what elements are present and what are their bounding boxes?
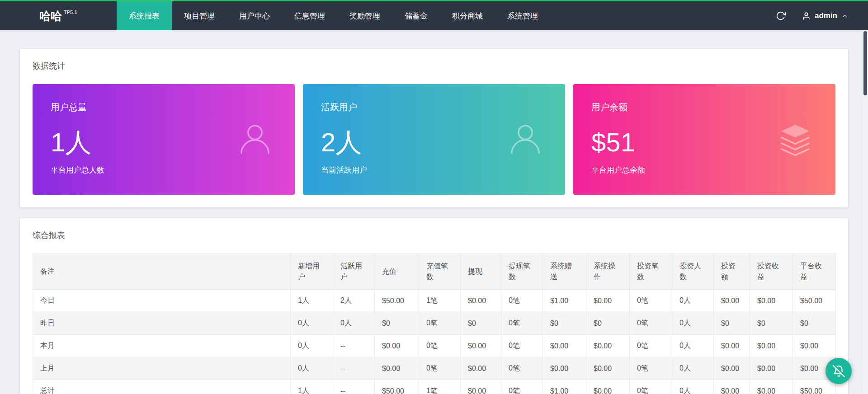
- data-cell: 0笔: [630, 357, 672, 380]
- report-title: 综合报表: [33, 230, 835, 241]
- data-cell: $0.00: [586, 357, 630, 380]
- data-cell: $0.00: [586, 290, 630, 312]
- col-header: 充值: [375, 254, 419, 290]
- scrollbar[interactable]: [863, 30, 868, 394]
- logo[interactable]: 哈哈 TP5.1: [0, 1, 117, 30]
- data-cell: 0笔: [630, 312, 672, 335]
- data-cell: $0.00: [714, 357, 750, 380]
- row-label-cell: 总计: [33, 380, 291, 394]
- stats-card: 数据统计 用户总量 1人 平台用户总人数 活跃用户 2人 当前活跃用户: [20, 49, 848, 207]
- topbar-accent-line: [0, 0, 868, 1]
- data-cell: $0: [586, 312, 630, 335]
- data-cell: $0: [750, 312, 793, 335]
- logo-version: TP5.1: [64, 9, 77, 15]
- table-row: 昨日0人0人$00笔$00笔$0$00笔0人$0$0$0: [33, 312, 836, 335]
- data-cell: $0.00: [750, 380, 793, 394]
- data-cell: 0笔: [501, 312, 543, 335]
- data-cell: 0笔: [630, 380, 672, 394]
- data-cell: $50.00: [793, 380, 836, 394]
- nav-item-reward-manage[interactable]: 奖励管理: [337, 1, 392, 30]
- data-cell: $1.00: [543, 380, 586, 394]
- col-header: 备注: [33, 254, 291, 290]
- table-row: 总计1人--$50.001笔$0.000笔$1.00$0.000笔0人$0.00…: [33, 380, 836, 394]
- col-header: 活跃用户: [333, 254, 375, 290]
- notification-fab[interactable]: [826, 358, 852, 384]
- data-cell: $0.00: [793, 335, 836, 357]
- col-header: 提现笔数: [501, 254, 543, 290]
- data-cell: 0笔: [501, 335, 543, 357]
- nav-item-savings[interactable]: 储蓄金: [392, 1, 440, 30]
- admin-menu[interactable]: admin: [802, 11, 848, 20]
- nav-item-system-manage[interactable]: 系统管理: [495, 1, 550, 30]
- stat-label: 用户余额: [591, 102, 835, 113]
- table-row: 上月0人--$0.000笔$0.000笔$0.00$0.000笔0人$0.00$…: [33, 357, 836, 380]
- data-cell: 0人: [291, 335, 333, 357]
- stat-label: 活跃用户: [321, 102, 565, 113]
- data-cell: 0笔: [501, 290, 543, 312]
- row-label-cell: 昨日: [33, 312, 291, 335]
- data-cell: 0人: [672, 380, 714, 394]
- data-cell: $0.00: [750, 357, 793, 380]
- stats-title: 数据统计: [33, 61, 835, 71]
- user-outline-icon: [235, 119, 275, 160]
- data-cell: $0.00: [714, 380, 750, 394]
- data-cell: $0: [543, 312, 586, 335]
- data-cell: $0.00: [714, 335, 750, 357]
- bell-off-icon: [833, 365, 845, 377]
- row-label-cell: 今日: [33, 290, 291, 312]
- main-content: 数据统计 用户总量 1人 平台用户总人数 活跃用户 2人 当前活跃用户: [0, 30, 868, 394]
- col-header: 投资额: [714, 254, 750, 290]
- stat-box-total-users: 用户总量 1人 平台用户总人数: [33, 84, 295, 195]
- data-cell: $0: [714, 312, 750, 335]
- table-row: 本月0人--$0.000笔$0.000笔$0.00$0.000笔0人$0.00$…: [33, 335, 836, 357]
- report-table: 备注 新增用户 活跃用户 充值 充值笔数 提现 提现笔数 系统赠送 系统操作 投…: [33, 253, 836, 394]
- report-card: 综合报表 备注 新增用户 活跃用户 充值 充值笔数 提现 提现笔数 系统赠送: [20, 218, 848, 394]
- col-header: 投资收益: [750, 254, 793, 290]
- nav-item-info-manage[interactable]: 信息管理: [282, 1, 337, 30]
- data-cell: $0.00: [714, 290, 750, 312]
- data-cell: --: [333, 380, 375, 394]
- data-cell: --: [333, 335, 375, 357]
- data-cell: $0.00: [586, 380, 630, 394]
- data-cell: $0.00: [543, 357, 586, 380]
- logo-text: 哈哈: [39, 9, 62, 23]
- user-outline-icon: [505, 119, 545, 160]
- topbar-right: admin: [776, 1, 868, 30]
- data-cell: $0.00: [461, 380, 501, 394]
- data-cell: 0笔: [419, 335, 461, 357]
- stat-box-active-users: 活跃用户 2人 当前活跃用户: [303, 84, 565, 195]
- data-cell: $0: [375, 312, 419, 335]
- nav-item-points-mall[interactable]: 积分商城: [440, 1, 495, 30]
- data-cell: $0.00: [375, 335, 419, 357]
- data-cell: $0.00: [461, 290, 501, 312]
- data-cell: 0笔: [419, 312, 461, 335]
- col-header: 平台收益: [793, 254, 836, 290]
- data-cell: 1人: [291, 290, 333, 312]
- data-cell: 0笔: [630, 290, 672, 312]
- data-cell: 1笔: [419, 380, 461, 394]
- col-header: 投资笔数: [630, 254, 672, 290]
- data-cell: 1笔: [419, 290, 461, 312]
- nav-item-project-manage[interactable]: 项目管理: [172, 1, 227, 30]
- stat-row: 用户总量 1人 平台用户总人数 活跃用户 2人 当前活跃用户: [33, 84, 835, 195]
- table-header-row: 备注 新增用户 活跃用户 充值 充值笔数 提现 提现笔数 系统赠送 系统操作 投…: [33, 254, 836, 290]
- scrollbar-thumb[interactable]: [863, 31, 867, 95]
- nav-item-user-center[interactable]: 用户中心: [227, 1, 282, 30]
- data-cell: $1.00: [543, 290, 586, 312]
- report-table-body: 今日1人2人$50.001笔$0.000笔$1.00$0.000笔0人$0.00…: [33, 290, 836, 394]
- stat-desc: 平台用户总人数: [51, 165, 295, 175]
- data-cell: $0: [461, 312, 501, 335]
- nav-item-system-report[interactable]: 系统报表: [117, 1, 172, 30]
- col-header: 系统赠送: [543, 254, 586, 290]
- data-cell: 0人: [333, 312, 375, 335]
- refresh-icon: [776, 11, 786, 21]
- stat-desc: 当前活跃用户: [321, 165, 565, 175]
- data-cell: $0.00: [375, 357, 419, 380]
- topbar: 哈哈 TP5.1 系统报表 项目管理 用户中心 信息管理 奖励管理 储蓄金 积分…: [0, 1, 868, 30]
- refresh-button[interactable]: [776, 11, 786, 21]
- stat-label: 用户总量: [51, 102, 295, 113]
- data-cell: 0人: [672, 312, 714, 335]
- data-cell: 0笔: [501, 357, 543, 380]
- row-label-cell: 上月: [33, 357, 291, 380]
- user-icon: [802, 12, 811, 20]
